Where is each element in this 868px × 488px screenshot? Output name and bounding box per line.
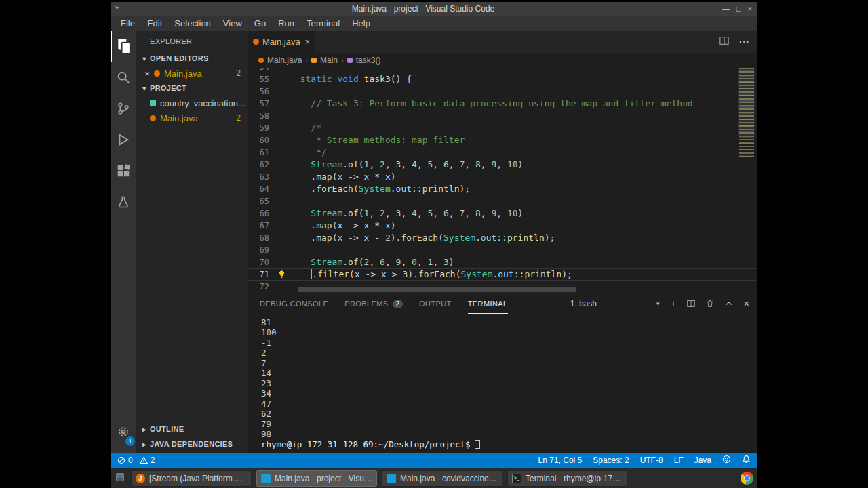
file-manager-icon[interactable] (115, 472, 125, 485)
feedback-smiley-icon[interactable] (722, 455, 731, 466)
panel-tab-debug-console[interactable]: DEBUG CONSOLE (260, 293, 328, 314)
taskbar-window-button[interactable]: Main.java - covidvaccines - Vi... (382, 470, 502, 487)
panel-tab-output[interactable]: OUTPUT (419, 293, 452, 314)
close-icon[interactable]: × (304, 37, 310, 47)
language-mode[interactable]: Java (694, 455, 711, 465)
problems-status[interactable]: 0 2 (117, 455, 155, 465)
menu-help[interactable]: Help (346, 18, 376, 28)
code-line-63[interactable]: 63 .map(x -> x * x) (248, 171, 757, 183)
encoding[interactable]: UTF-8 (640, 455, 663, 465)
java-dependencies-header[interactable]: ▸ JAVA DEPENDENCIES (136, 436, 248, 451)
source-control-icon[interactable] (111, 93, 136, 124)
line-number[interactable]: 71 (248, 270, 277, 279)
menu-edit[interactable]: Edit (141, 18, 168, 28)
line-number[interactable]: 68 (248, 233, 277, 243)
line-number[interactable]: 60 (248, 136, 277, 145)
code-line-66[interactable]: 66 Stream.of(1, 2, 3, 4, 5, 6, 7, 8, 9, … (248, 207, 757, 220)
maximize-button[interactable]: □ (736, 5, 741, 13)
code-line-54[interactable]: 54 (248, 68, 757, 73)
line-number[interactable]: 66 (248, 209, 277, 218)
horizontal-scrollbar[interactable] (298, 287, 576, 292)
kill-terminal-icon[interactable] (706, 300, 714, 308)
maximize-panel-icon[interactable] (725, 300, 733, 308)
code-line-55[interactable]: 55 static void task3() { (248, 73, 757, 85)
code-line-68[interactable]: 68 .map(x -> x - 2).forEach(System.out::… (248, 232, 757, 244)
code-line-59[interactable]: 59 /* (248, 122, 757, 134)
code-line-61[interactable]: 61 */ (248, 146, 757, 159)
menu-run[interactable]: Run (272, 18, 300, 28)
line-number[interactable]: 62 (248, 160, 277, 169)
run-debug-icon[interactable] (111, 124, 136, 155)
line-number[interactable]: 64 (248, 184, 277, 194)
line-number[interactable]: 67 (248, 221, 277, 230)
line-number[interactable]: 56 (248, 87, 277, 96)
taskbar-window-button[interactable]: J[Stream (Java Platform SE 8 )... (131, 470, 252, 487)
breadcrumb-file[interactable]: Main.java (267, 56, 302, 65)
file-item-country-vaccination[interactable]: country_vaccination... (136, 96, 248, 110)
close-button[interactable]: × (748, 5, 752, 13)
code-editor[interactable]: 5455 static void task3() {5657 // Task 3… (248, 68, 757, 293)
eol-sequence[interactable]: LF (674, 455, 684, 465)
code-text: * Stream methods: map filter (290, 134, 465, 146)
close-icon[interactable]: × (142, 68, 153, 79)
close-panel-icon[interactable]: × (744, 299, 749, 308)
outline-header[interactable]: ▸ OUTLINE (136, 422, 248, 436)
line-number[interactable]: 69 (248, 245, 277, 255)
extensions-icon[interactable] (111, 155, 136, 186)
code-line-65[interactable]: 65 (248, 195, 757, 207)
code-line-62[interactable]: 62 Stream.of(1, 2, 3, 4, 5, 6, 7, 8, 9, … (248, 159, 757, 171)
line-number[interactable]: 57 (248, 99, 277, 108)
code-line-67[interactable]: 67 .map(x -> x * x) (248, 220, 757, 232)
new-terminal-icon[interactable]: + (671, 299, 676, 308)
line-number[interactable]: 63 (248, 172, 277, 182)
code-line-70[interactable]: 70 Stream.of(2, 6, 9, 0, 1, 3) (248, 256, 757, 268)
code-line-58[interactable]: 58 (248, 110, 757, 122)
code-line-64[interactable]: 64 .forEach(System.out::println); (248, 183, 757, 195)
indentation[interactable]: Spaces: 2 (593, 455, 629, 465)
file-item-main-java[interactable]: Main.java 2 (136, 110, 248, 125)
line-number[interactable]: 61 (248, 148, 277, 157)
terminal-shell-select[interactable]: 1: bash ▾ (570, 299, 660, 308)
menu-go[interactable]: Go (248, 18, 272, 28)
settings-gear-icon[interactable]: 1 (111, 416, 136, 447)
java-file-icon (154, 70, 160, 77)
test-flask-icon[interactable] (111, 186, 136, 218)
more-actions-icon[interactable]: ⋯ (738, 35, 749, 48)
code-line-60[interactable]: 60 * Stream methods: map filter (248, 134, 757, 146)
project-header[interactable]: ▾ PROJECT (136, 81, 248, 96)
minimap[interactable] (739, 68, 754, 293)
panel-tab-problems[interactable]: PROBLEMS2 (344, 293, 403, 314)
line-number[interactable]: 70 (248, 258, 277, 267)
line-number[interactable]: 55 (248, 75, 277, 84)
line-number[interactable]: 65 (248, 197, 277, 206)
code-line-56[interactable]: 56 (248, 85, 757, 98)
menu-selection[interactable]: Selection (168, 18, 216, 28)
tab-main-java[interactable]: Main.java × (248, 30, 315, 53)
cursor-position[interactable]: Ln 71, Col 5 (538, 455, 583, 465)
notifications-bell-icon[interactable] (742, 455, 751, 466)
breadcrumb-class[interactable]: Main (320, 56, 338, 65)
terminal-output[interactable]: 81100-12714233447627998rhyme@ip-172-31-1… (248, 314, 757, 453)
line-number[interactable]: 72 (248, 282, 277, 291)
line-number[interactable]: 59 (248, 123, 277, 133)
menu-view[interactable]: View (217, 18, 248, 28)
menu-terminal[interactable]: Terminal (300, 18, 346, 28)
code-line-71[interactable]: 71 .filter(x -> x > 3).forEach(System.ou… (248, 268, 757, 281)
code-line-57[interactable]: 57 // Task 3: Perform basic data process… (248, 98, 757, 110)
breadcrumb-method[interactable]: task3() (356, 56, 381, 65)
split-editor-icon[interactable] (719, 36, 729, 48)
search-icon[interactable] (111, 62, 136, 93)
code-line-69[interactable]: 69 (248, 244, 757, 256)
chrome-icon[interactable] (741, 472, 753, 485)
line-number[interactable]: 58 (248, 111, 277, 121)
open-editors-header[interactable]: ▾ OPEN EDITORS (136, 51, 248, 66)
explorer-icon[interactable] (111, 30, 136, 62)
panel-tab-terminal[interactable]: TERMINAL (468, 293, 508, 314)
minimize-button[interactable]: — (722, 5, 730, 13)
menu-file[interactable]: File (115, 18, 141, 28)
open-editor-item-main-java[interactable]: × Main.java 2 (136, 66, 248, 81)
taskbar-window-button[interactable]: Main.java - project - Visual St... (256, 470, 377, 487)
split-terminal-icon[interactable] (687, 300, 695, 308)
taskbar-window-button[interactable]: >_Terminal - rhyme@ip-172-31... (507, 470, 628, 487)
line-number[interactable]: 54 (248, 68, 277, 72)
